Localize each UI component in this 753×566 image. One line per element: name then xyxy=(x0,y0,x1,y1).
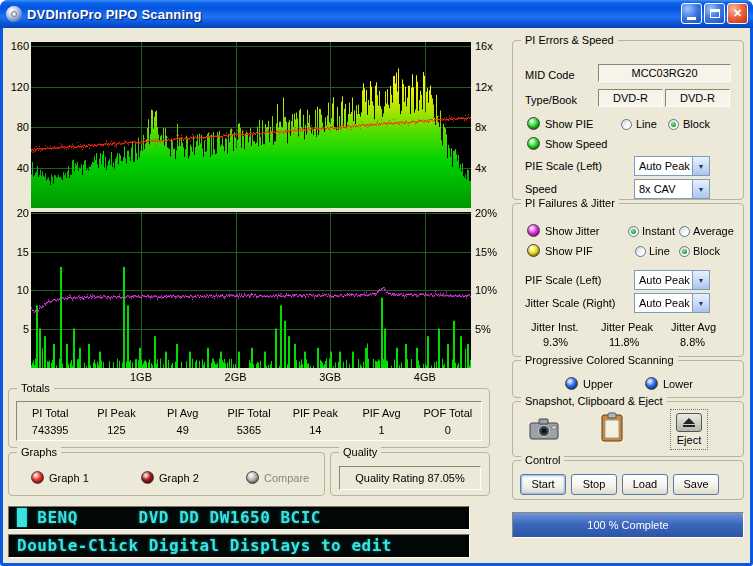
disc-type-value: DVD-R xyxy=(598,89,663,107)
totals-header: POF Total xyxy=(415,407,481,419)
jitter-avg-label: Jitter Avg xyxy=(671,321,716,333)
load-button[interactable]: Load xyxy=(622,474,668,495)
totals-header: PIF Total xyxy=(216,407,282,419)
pif-scale-value: Auto Peak xyxy=(635,271,692,289)
x-axis-tick-label: 3GB xyxy=(313,371,347,383)
close-icon: ✕ xyxy=(733,7,742,20)
upper-label: Upper xyxy=(583,378,613,390)
axis-tick-label: 20% xyxy=(475,207,497,219)
jitter-instant-radio[interactable] xyxy=(628,226,639,237)
show-speed-led[interactable] xyxy=(527,137,540,150)
speed-value: 8x CAV xyxy=(635,180,692,198)
x-axis-tick-label: 1GB xyxy=(124,371,158,383)
group-pi-errors-speed: PI Errors & Speed MID Code MCC03RG20 Typ… xyxy=(512,40,744,200)
pie-line-radio[interactable] xyxy=(621,119,632,130)
chart-x-axis: 1GB2GB3GB4GB xyxy=(31,371,471,385)
totals-value: 5365 xyxy=(216,424,282,436)
pif-block-label: Block xyxy=(693,245,720,257)
totals-value: 14 xyxy=(282,424,348,436)
pie-block-label: Block xyxy=(683,118,710,130)
chevron-down-icon[interactable]: ▼ xyxy=(692,294,709,312)
book-type-value: DVD-R xyxy=(665,89,730,107)
group-title: Progressive Colored Scanning xyxy=(521,354,678,367)
pie-scale-value: Auto Peak xyxy=(635,157,692,175)
graph1-label: Graph 1 xyxy=(49,472,89,484)
speed-label: Speed xyxy=(525,183,557,195)
progress-bar: 100 % Complete xyxy=(512,512,744,538)
lower-led[interactable] xyxy=(645,377,658,390)
pif-line-label: Line xyxy=(649,245,670,257)
axis-tick-label: 5% xyxy=(475,323,491,335)
pif-block-radio[interactable] xyxy=(679,246,690,257)
axis-tick-label: 80 xyxy=(17,121,29,133)
totals-value: 743395 xyxy=(17,424,83,436)
jitter-average-radio[interactable] xyxy=(679,226,690,237)
eject-button[interactable]: Eject xyxy=(671,410,707,449)
jitter-scale-select[interactable]: Auto Peak ▼ xyxy=(634,293,710,313)
pif-scale-select[interactable]: Auto Peak ▼ xyxy=(634,270,710,290)
pie-line-label: Line xyxy=(636,118,657,130)
app-window: DVDInfoPro PIPO Scanning ✕ 1601208040 16… xyxy=(0,0,753,566)
close-button[interactable]: ✕ xyxy=(727,3,748,24)
graph2-led[interactable] xyxy=(141,471,154,484)
group-title: PI Errors & Speed xyxy=(521,34,618,47)
show-pif-led[interactable] xyxy=(527,244,540,257)
show-pie-led[interactable] xyxy=(527,117,540,130)
mid-code-value: MCC03RG20 xyxy=(598,64,731,82)
chevron-down-icon[interactable]: ▼ xyxy=(692,180,709,198)
show-pif-label: Show PIF xyxy=(545,245,593,257)
titlebar[interactable]: DVDInfoPro PIPO Scanning ✕ xyxy=(0,0,753,28)
pif-chart-left-axis: 2015105 xyxy=(5,212,31,368)
totals-value: 49 xyxy=(150,424,216,436)
upper-led[interactable] xyxy=(565,377,578,390)
totals-header: PI Avg xyxy=(150,407,216,419)
minimize-button[interactable] xyxy=(681,3,702,24)
jitter-scale-value: Auto Peak xyxy=(635,294,692,312)
graph1-led[interactable] xyxy=(31,471,44,484)
show-pie-label: Show PIE xyxy=(545,118,593,130)
jitter-inst-label: Jitter Inst. xyxy=(531,321,579,333)
axis-tick-label: 160 xyxy=(11,40,29,52)
graph2-label: Graph 2 xyxy=(159,472,199,484)
minimize-icon xyxy=(687,17,696,20)
speed-select[interactable]: 8x CAV ▼ xyxy=(634,179,710,199)
axis-tick-label: 8x xyxy=(475,121,487,133)
group-pi-failures-jitter: PI Failures & Jitter Show Jitter Instant… xyxy=(512,203,744,357)
stop-button[interactable]: Stop xyxy=(571,474,617,495)
start-button[interactable]: Start xyxy=(520,474,566,495)
compare-led xyxy=(246,471,259,484)
group-progressive-scanning: Progressive Colored Scanning Upper Lower xyxy=(512,360,744,398)
totals-header: PI Peak xyxy=(83,407,149,419)
pif-scale-label: PIF Scale (Left) xyxy=(525,274,601,286)
axis-tick-label: 15% xyxy=(475,246,497,258)
lower-label: Lower xyxy=(663,378,693,390)
chevron-down-icon[interactable]: ▼ xyxy=(692,271,709,289)
axis-tick-label: 5 xyxy=(23,323,29,335)
lcd-display-message[interactable]: Double-Click Digital Displays to edit xyxy=(8,534,470,558)
pie-block-radio[interactable] xyxy=(668,119,679,130)
save-button[interactable]: Save xyxy=(673,474,719,495)
window-title: DVDInfoPro PIPO Scanning xyxy=(27,7,202,22)
lcd-display-drive[interactable]: █ BENQ DVD DD DW1650 BCIC xyxy=(8,506,470,530)
app-icon xyxy=(6,6,22,22)
group-quality: Quality Quality Rating 87.05% xyxy=(330,452,490,496)
mid-code-label: MID Code xyxy=(525,69,575,81)
camera-icon[interactable] xyxy=(529,418,559,440)
show-jitter-led[interactable] xyxy=(527,224,540,237)
show-speed-label: Show Speed xyxy=(545,138,607,150)
totals-header: PI Total xyxy=(17,407,83,419)
jitter-avg-value: 8.8% xyxy=(680,336,705,348)
chevron-down-icon[interactable]: ▼ xyxy=(692,157,709,175)
axis-tick-label: 20 xyxy=(17,207,29,219)
axis-tick-label: 16x xyxy=(475,40,493,52)
x-axis-tick-label: 4GB xyxy=(408,371,442,383)
pif-line-radio[interactable] xyxy=(635,246,646,257)
totals-table: PI Total PI Peak PI Avg PIF Total PIF Pe… xyxy=(16,401,482,441)
x-axis-tick-label: 2GB xyxy=(219,371,253,383)
jitter-scale-label: Jitter Scale (Right) xyxy=(525,297,615,309)
pie-scale-select[interactable]: Auto Peak ▼ xyxy=(634,156,710,176)
jitter-inst-value: 9.3% xyxy=(543,336,568,348)
clipboard-icon[interactable] xyxy=(601,412,623,442)
maximize-button[interactable] xyxy=(704,3,725,24)
group-graphs: Graphs Graph 1 Graph 2 Compare xyxy=(8,452,325,496)
